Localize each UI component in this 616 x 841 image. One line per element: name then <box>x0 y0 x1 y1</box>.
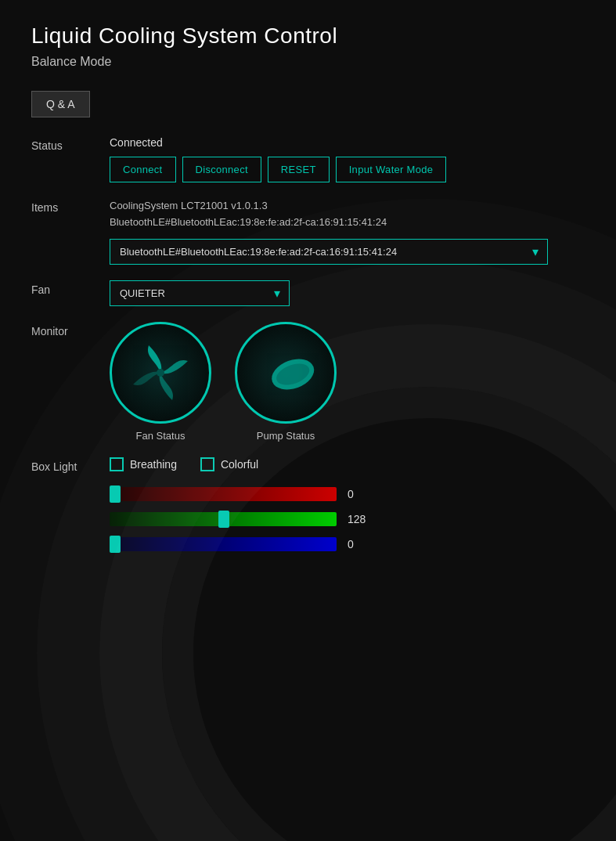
green-slider[interactable] <box>110 512 337 526</box>
items-info: CoolingSystem LCT21001 v1.0.1.3 Bluetoot… <box>110 198 585 231</box>
light-mode-checkboxes: Breathing Colorful <box>110 457 585 471</box>
disconnect-button[interactable]: Disconnect <box>182 157 261 182</box>
pump-status-label: Pump Status <box>257 430 315 442</box>
connect-button[interactable]: Connect <box>110 157 176 182</box>
fan-label: Fan <box>31 280 110 296</box>
fan-icon <box>125 337 196 408</box>
pump-status-circle <box>235 322 337 424</box>
red-value: 0 <box>348 488 375 500</box>
box-light-label: Box Light <box>31 457 110 473</box>
red-slider[interactable] <box>110 487 337 501</box>
blue-value: 0 <box>348 538 375 550</box>
reset-button[interactable]: RESET <box>268 157 330 182</box>
fan-status-item: Fan Status <box>110 322 211 442</box>
status-label: Status <box>31 136 110 152</box>
status-row: Status Connected Connect Disconnect RESE… <box>31 136 585 182</box>
qa-button[interactable]: Q & A <box>31 91 90 117</box>
fan-row: Fan QUIETER BALANCED PERFORMANCE MAX <box>31 280 585 306</box>
items-line1: CoolingSystem LCT21001 v1.0.1.3 <box>110 198 585 215</box>
monitor-row: Monitor <box>31 322 585 442</box>
status-value: Connected <box>110 136 585 149</box>
fan-status-circle <box>110 322 211 424</box>
breathing-checkbox-item[interactable]: Breathing <box>110 457 177 471</box>
monitor-label: Monitor <box>31 322 110 337</box>
items-line2: BluetoothLE#BluetoothLEac:19:8e:fe:ad:2f… <box>110 215 585 231</box>
colorful-checkbox-item[interactable]: Colorful <box>200 457 258 471</box>
green-slider-row: 128 <box>110 512 585 526</box>
pump-status-item: Pump Status <box>235 322 337 442</box>
items-row: Items CoolingSystem LCT21001 v1.0.1.3 Bl… <box>31 198 585 265</box>
items-dropdown[interactable]: BluetoothLE#BluetoothLEac:19:8e:fe:ad:2f… <box>110 239 548 265</box>
red-slider-row: 0 <box>110 487 585 501</box>
blue-slider[interactable] <box>110 537 337 551</box>
breathing-label: Breathing <box>130 458 177 471</box>
breathing-checkbox[interactable] <box>110 457 124 471</box>
app-title: Liquid Cooling System Control <box>31 23 585 49</box>
fan-dropdown[interactable]: QUIETER BALANCED PERFORMANCE MAX <box>110 280 290 306</box>
blue-slider-row: 0 <box>110 537 585 551</box>
colorful-label: Colorful <box>221 458 258 471</box>
items-dropdown-wrapper: BluetoothLE#BluetoothLEac:19:8e:fe:ad:2f… <box>110 239 548 265</box>
app-subtitle: Balance Mode <box>31 55 585 69</box>
pump-icon <box>250 337 321 408</box>
box-light-row: Box Light Breathing Colorful 0 128 0 <box>31 457 585 562</box>
items-label: Items <box>31 198 110 214</box>
green-value: 128 <box>348 513 375 525</box>
fan-status-label: Fan Status <box>136 430 186 442</box>
fan-select-wrapper: QUIETER BALANCED PERFORMANCE MAX <box>110 280 290 306</box>
monitor-section: Fan Status Pump Status <box>110 322 585 442</box>
svg-point-0 <box>157 369 164 377</box>
action-buttons: Connect Disconnect RESET Input Water Mod… <box>110 157 585 182</box>
colorful-checkbox[interactable] <box>200 457 214 471</box>
input-water-mode-button[interactable]: Input Water Mode <box>336 157 447 182</box>
